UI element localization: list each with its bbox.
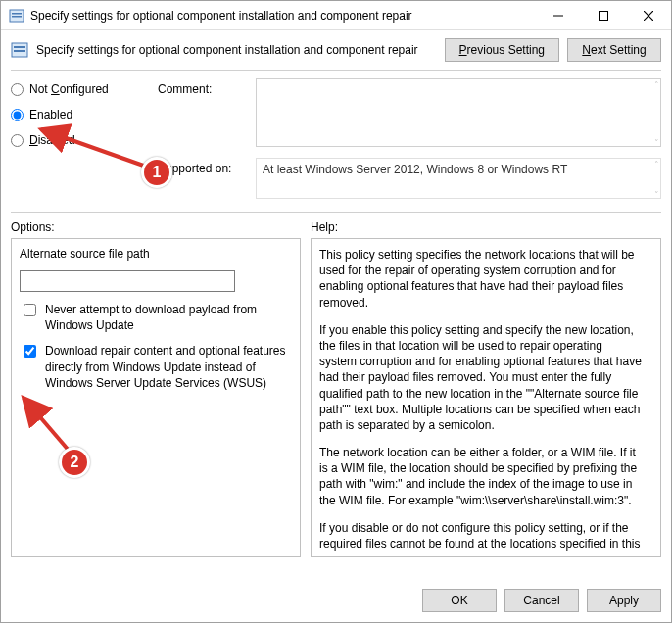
next-setting-button[interactable]: Next Setting — [567, 38, 661, 62]
help-paragraph: This policy setting specifies the networ… — [319, 247, 643, 311]
radio-not-configured-label[interactable]: Not Configured — [29, 82, 109, 96]
titlebar: Specify settings for optional component … — [1, 1, 671, 30]
svg-rect-4 — [600, 11, 608, 20]
checkbox-never-download[interactable] — [24, 304, 36, 316]
options-label: Options: — [11, 220, 301, 234]
ok-button[interactable]: OK — [422, 589, 497, 612]
alt-source-path-input[interactable] — [20, 270, 235, 292]
close-button[interactable] — [626, 1, 671, 30]
policy-icon — [9, 8, 24, 24]
checkbox-direct-wu-label[interactable]: Download repair content and optional fea… — [45, 343, 292, 391]
svg-rect-9 — [14, 50, 25, 52]
help-panel[interactable]: This policy setting specifies the networ… — [311, 238, 661, 557]
state-radiogroup: Not Configured Enabled Disabled — [11, 78, 148, 202]
previous-setting-button[interactable]: Previous Setting — [445, 38, 559, 62]
svg-rect-8 — [14, 46, 25, 48]
radio-enabled[interactable] — [11, 109, 24, 121]
state-section: Not Configured Enabled Disabled Comment:… — [1, 71, 671, 212]
options-panel: Alternate source file path Never attempt… — [11, 238, 301, 557]
svg-rect-2 — [12, 16, 22, 18]
checkbox-direct-wu[interactable] — [24, 345, 36, 358]
alt-source-path-label: Alternate source file path — [20, 247, 292, 261]
comment-textarea[interactable] — [256, 78, 661, 147]
help-paragraph: If you enable this policy setting and sp… — [319, 322, 643, 433]
radio-not-configured[interactable] — [11, 83, 24, 96]
radio-enabled-label[interactable]: Enabled — [29, 108, 72, 121]
apply-button[interactable]: Apply — [587, 589, 661, 612]
help-label: Help: — [311, 220, 661, 234]
annotation-badge-2: 2 — [59, 447, 90, 478]
minimize-button[interactable] — [536, 1, 581, 30]
supported-on-value — [256, 158, 661, 199]
help-paragraph: If you disable or do not configure this … — [319, 520, 643, 551]
annotation-badge-1: 1 — [141, 157, 172, 188]
header-row: Specify settings for optional component … — [1, 30, 671, 70]
supported-on-label: Supported on: — [158, 158, 256, 175]
policy-editor-window: Specify settings for optional component … — [0, 0, 672, 623]
svg-rect-1 — [12, 13, 22, 15]
help-paragraph: The network location can be either a fol… — [319, 445, 643, 508]
maximize-button[interactable] — [581, 1, 626, 30]
radio-disabled-label[interactable]: Disabled — [29, 133, 75, 147]
cancel-button[interactable]: Cancel — [504, 589, 579, 612]
dialog-footer: OK Cancel Apply — [1, 579, 671, 622]
comment-label: Comment: — [158, 78, 256, 96]
policy-icon — [11, 41, 28, 59]
policy-subtitle: Specify settings for optional component … — [36, 43, 437, 57]
window-title: Specify settings for optional component … — [30, 9, 536, 23]
radio-disabled[interactable] — [11, 134, 24, 147]
checkbox-never-download-label[interactable]: Never attempt to download payload from W… — [45, 302, 292, 333]
